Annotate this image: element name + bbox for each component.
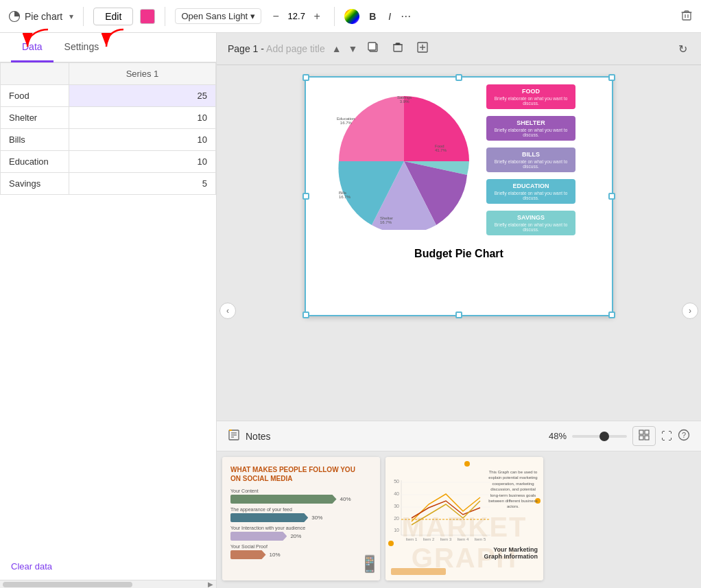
chart-title: Budget Pie Chart xyxy=(306,245,612,266)
page-delete-button[interactable] xyxy=(389,40,407,58)
sidebar-tabs: Data Settings xyxy=(0,33,216,62)
data-table: Series 1 Food25Shelter10Bills10Education… xyxy=(0,62,216,195)
zoom-percent: 48% xyxy=(549,431,567,441)
svg-rect-9 xyxy=(394,45,402,51)
social-bar-row: Your Interaction with your audience 20% xyxy=(230,526,372,541)
delete-button[interactable] xyxy=(680,9,693,23)
pie-label-shelter: Shelter16.7% xyxy=(380,216,393,224)
marketing-graph-slide-thumbnail[interactable]: 50 40 30 20 10 Item 1 Item 2 Item 3 xyxy=(385,457,543,580)
resize-handle-bm[interactable] xyxy=(455,311,462,318)
table-row-label[interactable]: Savings xyxy=(1,173,69,195)
notes-svg-icon xyxy=(228,429,240,441)
pie-chart-icon xyxy=(8,10,21,23)
social-bar-label: The appearance of your feed xyxy=(230,507,372,512)
table-row-label[interactable]: Shelter xyxy=(1,107,69,129)
page-copy-button[interactable] xyxy=(364,40,382,58)
page-title-sep: - xyxy=(261,43,266,54)
chart-type-dropdown-arrow[interactable]: ▾ xyxy=(69,12,73,21)
legend-item: FOOD Briefly elaborate on what you want … xyxy=(486,84,582,112)
resize-handle-bl[interactable] xyxy=(302,311,309,318)
canvas-nav-left[interactable]: ‹ xyxy=(219,303,236,319)
notes-icon xyxy=(228,429,240,444)
chart-type-label: Pie chart xyxy=(25,11,62,22)
sidebar-scroll-right-arrow[interactable]: ▶ xyxy=(208,580,213,588)
page-down-button[interactable]: ▼ xyxy=(348,43,358,54)
social-media-slide-thumbnail[interactable]: WHAT MAKES PEOPLE FOLLOW YOU ON SOCIAL M… xyxy=(222,457,380,580)
help-button[interactable]: ? xyxy=(678,429,690,444)
marketing-title-line2: Graph Information xyxy=(484,553,538,560)
resize-handle-br[interactable] xyxy=(608,311,615,318)
legend-item: BILLS Briefly elaborate on what you want… xyxy=(486,148,582,175)
social-bar xyxy=(230,513,308,522)
trash-icon xyxy=(680,9,693,21)
top-toolbar: Pie chart ▾ Edit Open Sans Light ▾ − 12.… xyxy=(0,0,701,33)
fullscreen-button[interactable]: ⛶ xyxy=(661,430,672,443)
table-row-label[interactable]: Education xyxy=(1,151,69,173)
resize-handle-ml[interactable] xyxy=(302,193,309,200)
social-bar-label: Your Social Proof xyxy=(230,544,372,549)
pie-label-education: Education16.7% xyxy=(337,117,355,125)
sidebar-scrollbar-thumb xyxy=(3,582,132,587)
pie-label-food: Food41.7% xyxy=(435,144,447,152)
notes-label: Notes xyxy=(246,431,271,442)
divider-3 xyxy=(334,7,335,26)
chart-type-selector[interactable]: Pie chart ▾ xyxy=(8,10,73,23)
font-name-label: Open Sans Light xyxy=(181,11,248,21)
table-row-value[interactable]: 10 xyxy=(69,151,216,173)
tab-settings-label: Settings xyxy=(64,41,99,52)
canvas-area: ‹ xyxy=(217,65,701,421)
page-add-button[interactable] xyxy=(414,40,431,58)
tab-data-label: Data xyxy=(22,41,43,52)
pie-label-bills: Bills16.7% xyxy=(339,191,350,199)
font-size-decrease-button[interactable]: − xyxy=(268,9,283,24)
social-bar xyxy=(230,495,337,504)
table-row: Shelter10 xyxy=(1,107,216,129)
social-bar-row: Your Content 40% xyxy=(230,489,372,504)
add-page-title[interactable]: Add page title xyxy=(266,43,325,54)
legend-item: SHELTER Briefly elaborate on what you wa… xyxy=(486,116,582,143)
page-trash-icon xyxy=(392,41,404,54)
resize-handle-tm[interactable] xyxy=(455,74,462,81)
social-bars: Your Content 40% The appearance of your … xyxy=(230,489,372,559)
canvas-nav-right[interactable]: › xyxy=(682,303,698,319)
zoom-slider-thumb[interactable] xyxy=(599,432,609,441)
pie-chart: Savings3.9% Education16.7% Food41.7% Bil… xyxy=(335,93,473,230)
social-bar-label: Your Interaction with your audience xyxy=(230,526,372,530)
clear-data-link[interactable]: Clear data xyxy=(0,553,216,580)
legend-item: EDUCATION Briefly elaborate on what you … xyxy=(486,179,582,207)
table-row-label[interactable]: Food xyxy=(1,85,69,107)
svg-rect-8 xyxy=(368,43,376,50)
marketing-description: This Graph can be used to explain potent… xyxy=(486,469,540,510)
color-spectrum-button[interactable] xyxy=(344,9,359,24)
table-row-label[interactable]: Bills xyxy=(1,129,69,151)
edit-button[interactable]: Edit xyxy=(93,8,133,25)
resize-handle-tr[interactable] xyxy=(608,74,615,81)
table-row-value[interactable]: 10 xyxy=(69,107,216,129)
view-pages-button[interactable] xyxy=(632,426,656,446)
table-row-value[interactable]: 5 xyxy=(69,173,216,195)
resize-handle-mr[interactable] xyxy=(608,193,615,200)
social-bar-label: Your Content xyxy=(230,489,372,493)
bold-button[interactable]: B xyxy=(366,10,379,23)
page-up-button[interactable]: ▲ xyxy=(332,43,342,54)
tab-data[interactable]: Data xyxy=(11,33,54,62)
sidebar-scrollbar[interactable]: ▶ xyxy=(0,580,216,588)
more-options-button[interactable]: ··· xyxy=(401,9,411,23)
font-selector[interactable]: Open Sans Light ▾ xyxy=(175,8,261,24)
marketing-desc-text: This Graph can be used to explain potent… xyxy=(488,470,537,508)
svg-text:30: 30 xyxy=(394,504,399,508)
font-size-increase-button[interactable]: + xyxy=(309,9,324,24)
social-title: WHAT MAKES PEOPLE FOLLOW YOU ON SOCIAL M… xyxy=(230,465,372,483)
svg-rect-20 xyxy=(639,436,643,440)
color-swatch[interactable] xyxy=(140,9,155,24)
social-bar-wrapper: 10% xyxy=(230,550,372,559)
social-bar-pct: 40% xyxy=(340,496,351,502)
refresh-button[interactable]: ↻ xyxy=(676,41,690,57)
tab-settings[interactable]: Settings xyxy=(54,33,110,62)
italic-button[interactable]: I xyxy=(385,10,394,23)
slide-canvas[interactable]: Savings3.9% Education16.7% Food41.7% Bil… xyxy=(305,76,613,316)
table-row-value[interactable]: 25 xyxy=(69,85,216,107)
zoom-slider[interactable] xyxy=(572,435,627,438)
resize-handle-tl[interactable] xyxy=(302,74,309,81)
table-row-value[interactable]: 10 xyxy=(69,129,216,151)
